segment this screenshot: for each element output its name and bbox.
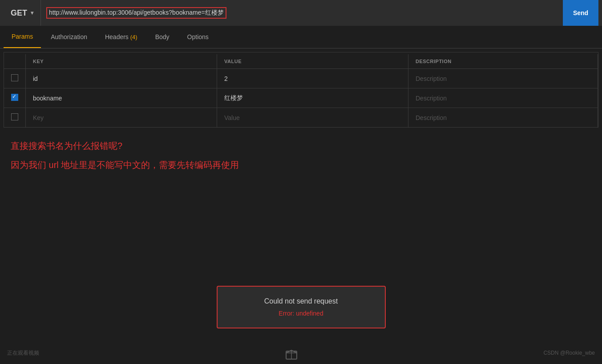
bottom-bar: 正在观看视频 CSDN @Rookie_wbe [0, 342, 602, 364]
table-row: Key Value Description [4, 108, 598, 128]
row1-key[interactable]: id [26, 69, 217, 88]
row1-check-cell[interactable] [4, 69, 26, 88]
row1-checkbox[interactable] [11, 74, 18, 81]
col-header-description: DESCRIPTION [408, 54, 598, 69]
params-section: KEY VALUE DESCRIPTION id 2 Description [0, 52, 602, 128]
tabs-bar: Params Authorization Headers (4) Body Op… [0, 26, 602, 48]
url-bar: GET ▾ http://www.liulongbin.top:3006/api… [0, 0, 602, 26]
row2-description[interactable]: Description [408, 88, 598, 108]
csdn-label: CSDN @Rookie_wbe [543, 350, 595, 356]
headers-badge: (4) [130, 34, 137, 40]
row2-key[interactable]: bookname [26, 88, 217, 108]
col-header-value: VALUE [217, 54, 408, 69]
tab-body[interactable]: Body [147, 26, 178, 48]
row3-value[interactable]: Value [217, 108, 408, 128]
method-chevron: ▾ [31, 10, 33, 16]
url-highlighted[interactable]: http://www.liulongbin.top:3006/api/getbo… [46, 7, 226, 19]
row2-value[interactable]: 红楼梦 [217, 88, 408, 108]
tab-params[interactable]: Params [4, 26, 41, 48]
tab-options[interactable]: Options [179, 26, 217, 48]
error-title: Could not send request [232, 297, 371, 305]
table-header-row: KEY VALUE DESCRIPTION [4, 54, 598, 69]
method-label: GET [11, 8, 27, 18]
tab-authorization[interactable]: Authorization [43, 26, 95, 48]
row2-check-cell[interactable] [4, 88, 26, 108]
annotation-question: 直接搜索书名为什么报错呢? [11, 140, 591, 152]
annotation-area: 直接搜索书名为什么报错呢? 因为我们 url 地址里是不能写中文的，需要先转编码… [0, 131, 602, 180]
package-icon [283, 344, 300, 362]
row3-check-cell[interactable] [4, 108, 26, 128]
params-table: KEY VALUE DESCRIPTION id 2 Description [4, 54, 598, 127]
params-table-wrapper: KEY VALUE DESCRIPTION id 2 Description [4, 52, 598, 128]
col-header-check [4, 54, 26, 69]
row1-description[interactable]: Description [408, 69, 598, 88]
row3-key[interactable]: Key [26, 108, 217, 128]
table-row: bookname 红楼梦 Description [4, 88, 598, 108]
row3-description[interactable]: Description [408, 108, 598, 128]
tab-headers[interactable]: Headers (4) [97, 26, 145, 48]
send-button[interactable]: Send [563, 0, 598, 26]
error-detail: Error: undefined [232, 310, 371, 317]
error-popup: Could not send request Error: undefined [217, 286, 386, 328]
table-row: id 2 Description [4, 69, 598, 88]
row1-value[interactable]: 2 [217, 69, 408, 88]
col-header-key: KEY [26, 54, 217, 69]
method-selector[interactable]: GET ▾ [4, 0, 41, 26]
row3-checkbox[interactable] [11, 113, 18, 120]
url-input-container: http://www.liulongbin.top:3006/api/getbo… [41, 7, 563, 19]
url-text: http://www.liulongbin.top:3006/api/getbo… [46, 9, 226, 16]
row2-checkbox[interactable] [11, 94, 18, 101]
watching-label: 正在观看视频 [7, 349, 39, 357]
annotation-answer: 因为我们 url 地址里是不能写中文的，需要先转编码再使用 [11, 159, 591, 171]
